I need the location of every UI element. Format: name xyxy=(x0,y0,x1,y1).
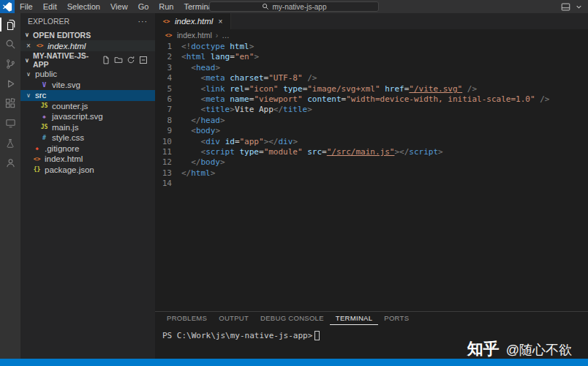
chevron-down-icon[interactable] xyxy=(576,4,582,10)
file-main.js[interactable]: JSmain.js xyxy=(20,122,155,133)
chevron-right-icon: › xyxy=(216,31,219,40)
folder-label: src xyxy=(35,91,46,100)
code-line-content: <link rel="icon" type="image/svg+xml" hr… xyxy=(181,84,477,94)
open-editor-index-html[interactable]: × <> index.html xyxy=(20,40,155,51)
command-center-search[interactable]: my-native-js-app xyxy=(209,1,379,12)
tab-label: index.html xyxy=(175,17,213,26)
file-package.json[interactable]: {}package.json xyxy=(20,165,155,176)
html-file-icon: <> xyxy=(35,42,45,49)
code-area[interactable]: 1<!doctype html>2<html lang="en">3 <head… xyxy=(155,41,588,311)
js-file-icon: JS xyxy=(39,124,49,130)
code-line-content: <body> xyxy=(181,126,220,136)
layout-panel-icon[interactable] xyxy=(561,2,570,12)
editor-group: <> index.html × <> index.html › … 1<!doc… xyxy=(155,13,588,359)
git-file-icon: ◆ xyxy=(32,146,42,152)
titlebar-actions xyxy=(561,0,582,13)
chevron-down-icon: ∨ xyxy=(25,71,32,78)
code-line: 1<!doctype html> xyxy=(155,42,588,52)
file-index.html[interactable]: <>index.html xyxy=(20,154,155,165)
vscode-window: FileEditSelectionViewGoRunTerminalHelp ←… xyxy=(0,0,588,366)
code-line-content: <div id="app"></div> xyxy=(181,137,298,147)
search-sidebar-icon[interactable] xyxy=(0,34,20,54)
line-number: 4 xyxy=(155,73,181,83)
menu-view[interactable]: View xyxy=(105,0,133,13)
line-number: 5 xyxy=(155,84,181,94)
file-label: javascript.svg xyxy=(52,112,103,121)
js-file-icon: JS xyxy=(39,102,49,109)
close-tab-icon[interactable]: × xyxy=(216,18,224,26)
open-editors-header[interactable]: ∨ OPEN EDITORS xyxy=(20,29,155,40)
file-counter.js[interactable]: JScounter.js xyxy=(20,101,155,112)
folder-src[interactable]: ∨src xyxy=(20,90,155,101)
line-number: 2 xyxy=(155,52,181,62)
svg-file-icon: ◈ xyxy=(39,113,49,120)
panel-tab-debug-console[interactable]: DEBUG CONSOLE xyxy=(255,312,330,325)
file-vite.svg[interactable]: Vvite.svg xyxy=(20,80,155,91)
code-line-content: <head> xyxy=(181,63,220,73)
menu-go[interactable]: Go xyxy=(133,0,154,13)
line-number: 7 xyxy=(155,105,181,115)
remote-explorer-icon[interactable] xyxy=(0,113,20,133)
new-file-icon[interactable] xyxy=(102,56,110,64)
extensions-icon[interactable] xyxy=(0,94,20,113)
file-label: index.html xyxy=(45,154,83,163)
source-control-icon[interactable] xyxy=(0,54,20,74)
explorer-icon[interactable] xyxy=(0,15,20,34)
line-number: 13 xyxy=(155,168,181,179)
run-debug-icon[interactable] xyxy=(0,74,20,94)
breadcrumb-file[interactable]: index.html xyxy=(177,31,212,40)
panel-tab-problems[interactable]: PROBLEMS xyxy=(161,312,213,325)
line-number: 6 xyxy=(155,94,181,105)
terminal-prompt: PS C:\Work\js\my-native-js-app> xyxy=(162,331,312,340)
activity-bar xyxy=(0,13,20,359)
code-line: 12 </body> xyxy=(155,157,588,168)
panel-tab-ports[interactable]: PORTS xyxy=(378,312,415,325)
line-number: 1 xyxy=(155,42,181,52)
folder-public[interactable]: ∨public xyxy=(20,69,155,80)
code-line: 11 <script type="module" src="/src/main.… xyxy=(155,147,588,157)
accounts-icon[interactable] xyxy=(0,153,20,173)
menu-edit[interactable]: Edit xyxy=(38,0,62,13)
line-number: 14 xyxy=(155,179,181,189)
explorer-actions xyxy=(102,56,152,64)
explorer-more-icon[interactable]: ··· xyxy=(138,17,148,26)
menu-file[interactable]: File xyxy=(15,0,38,13)
html-file-icon: <> xyxy=(162,18,171,25)
workspace-root-header[interactable]: ∨ MY-NATIVE-JS-APP xyxy=(20,51,155,69)
json-file-icon: {} xyxy=(32,166,42,173)
close-icon[interactable]: × xyxy=(25,42,32,50)
file-javascript.svg[interactable]: ◈javascript.svg xyxy=(20,111,155,122)
code-line-content: <html lang="en"> xyxy=(181,52,259,62)
terminal-cursor xyxy=(314,331,320,340)
workspace-root-label: MY-NATIVE-JS-APP xyxy=(33,51,99,69)
code-line-content: <script type="module" src="/src/main.js"… xyxy=(181,147,443,157)
line-number: 11 xyxy=(155,147,181,157)
folder-label: public xyxy=(35,70,57,78)
code-line-content: <meta name="viewport" content="width=dev… xyxy=(181,94,549,105)
open-editors-label: OPEN EDITORS xyxy=(33,31,91,40)
collapse-folders-icon[interactable] xyxy=(139,56,148,64)
code-line-content: </head> xyxy=(181,116,225,126)
panel-tab-terminal[interactable]: TERMINAL xyxy=(330,312,378,325)
testing-icon[interactable] xyxy=(0,133,20,153)
explorer-title: EXPLORER xyxy=(28,17,69,26)
new-folder-icon[interactable] xyxy=(114,56,123,64)
menu-run[interactable]: Run xyxy=(154,0,178,13)
file-.gitignore[interactable]: ◆.gitignore xyxy=(20,143,155,154)
refresh-explorer-icon[interactable] xyxy=(127,56,135,64)
explorer-sidebar: EXPLORER ··· ∨ OPEN EDITORS × <> index.h… xyxy=(20,13,155,359)
panel-tab-output[interactable]: OUTPUT xyxy=(213,312,255,325)
chevron-down-icon: ∨ xyxy=(23,57,31,64)
code-line: 13</html> xyxy=(155,168,588,179)
file-style.css[interactable]: #style.css xyxy=(20,132,155,143)
code-line-content: </html> xyxy=(181,168,215,179)
line-number: 3 xyxy=(155,63,181,73)
menu-selection[interactable]: Selection xyxy=(62,0,105,13)
tab-index-html[interactable]: <> index.html × xyxy=(155,13,231,29)
file-label: counter.js xyxy=(52,102,88,111)
file-label: vite.svg xyxy=(52,81,80,89)
code-line: 8 </head> xyxy=(155,116,588,126)
breadcrumb-symbol[interactable]: … xyxy=(222,31,230,40)
tab-bar: <> index.html × xyxy=(155,13,588,29)
code-line-content: <!doctype html> xyxy=(181,42,254,52)
